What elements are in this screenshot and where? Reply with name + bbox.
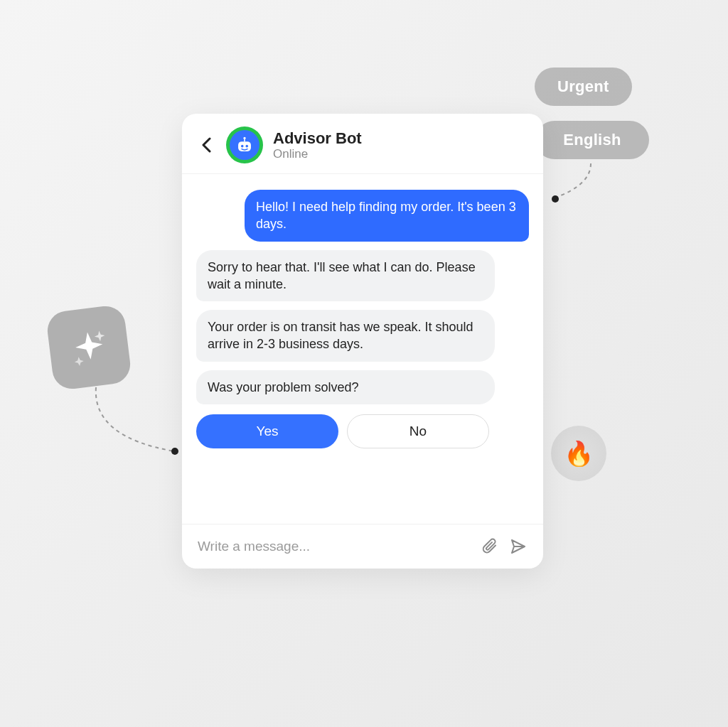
bot-status: Online [273,147,362,161]
message-bot: Your order is on transit has we speak. I… [196,310,495,362]
chat-body: Hello! I need help finding my order. It'… [182,174,543,524]
svg-point-4 [245,145,248,148]
badge-english: English [535,121,649,159]
connector-dot-right [552,195,559,203]
svg-point-0 [243,137,245,139]
bot-icon [235,136,254,154]
message-bot: Sorry to hear that. I'll see what I can … [196,250,495,302]
paperclip-icon [481,538,498,555]
message-bot: Was your problem solved? [196,370,495,404]
badge-urgent: Urgent [535,68,632,106]
sparkle-tile [46,304,133,392]
sparkle-icon [67,325,110,369]
chat-footer [182,524,543,569]
message-user: Hello! I need help finding my order. It'… [245,190,529,242]
send-icon [510,538,527,555]
option-yes-button[interactable]: Yes [196,414,338,448]
option-no-button[interactable]: No [347,414,489,448]
chat-header: Advisor Bot Online [182,114,543,174]
connector-dot-left [171,448,178,455]
send-button[interactable] [509,537,528,556]
options-row: Yes No [196,414,529,448]
attach-button[interactable] [481,537,499,556]
svg-point-3 [241,145,244,148]
chat-window: Advisor Bot Online Hello! I need help fi… [182,114,543,569]
bot-name: Advisor Bot [273,129,362,148]
connector-right [555,163,598,199]
avatar [226,126,263,163]
fire-badge: 🔥 [551,426,606,481]
message-input[interactable] [198,539,471,554]
connector-left [92,387,178,455]
chevron-left-icon [201,137,211,153]
back-button[interactable] [196,135,216,155]
